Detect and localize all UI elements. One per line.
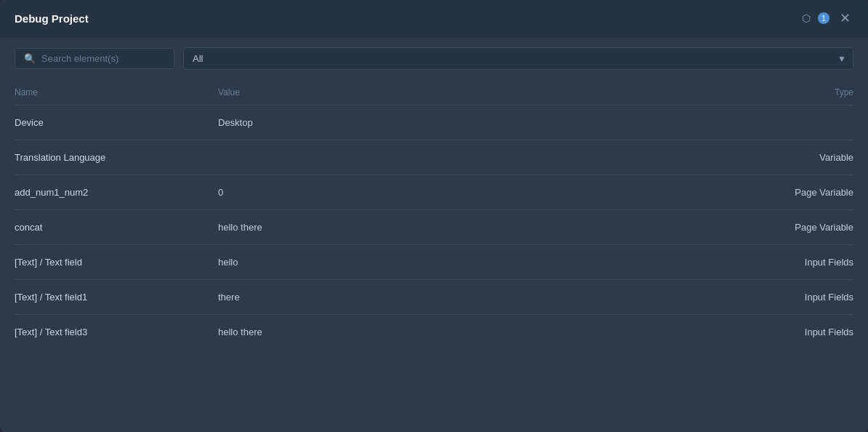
- cell-value: [218, 140, 737, 175]
- export-icon[interactable]: ⬡: [802, 12, 811, 24]
- cell-name: Device: [15, 105, 218, 140]
- filter-wrapper: All Variable Page Variable Input Fields …: [183, 47, 853, 70]
- table-row: Translation LanguageVariable: [15, 140, 853, 175]
- cell-name: Translation Language: [15, 140, 218, 175]
- table-row: add_num1_num20Page Variable: [15, 175, 853, 210]
- modal-title: Debug Project: [15, 12, 795, 25]
- cell-value: hello there: [218, 315, 737, 350]
- cell-type: Input Fields: [737, 315, 853, 350]
- cell-value: Desktop: [218, 105, 737, 140]
- table-container: Name Value Type DeviceDesktopTranslation…: [0, 80, 868, 432]
- cell-name: [Text] / Text field: [15, 245, 218, 280]
- cell-name: concat: [15, 210, 218, 245]
- table-row: [Text] / Text field1thereInput Fields: [15, 280, 853, 315]
- cell-value: hello: [218, 245, 737, 280]
- cell-name: add_num1_num2: [15, 175, 218, 210]
- cell-type: Page Variable: [737, 210, 853, 245]
- cell-type: Variable: [737, 140, 853, 175]
- search-input[interactable]: [41, 53, 165, 64]
- table-body: DeviceDesktopTranslation LanguageVariabl…: [15, 105, 853, 350]
- notification-badge: 1: [818, 12, 829, 24]
- col-header-value: Value: [218, 80, 737, 105]
- cell-type: Input Fields: [737, 245, 853, 280]
- col-header-type: Type: [737, 80, 853, 105]
- close-button[interactable]: ✕: [837, 10, 853, 26]
- debug-modal: Debug Project ⬡ 1 ✕ 🔍 All Variable Page …: [0, 0, 868, 432]
- data-table: Name Value Type DeviceDesktopTranslation…: [15, 80, 853, 349]
- toolbar: 🔍 All Variable Page Variable Input Field…: [0, 37, 868, 80]
- cell-value: there: [218, 280, 737, 315]
- cell-name: [Text] / Text field3: [15, 315, 218, 350]
- table-row: [Text] / Text field3hello thereInput Fie…: [15, 315, 853, 350]
- cell-value: hello there: [218, 210, 737, 245]
- search-icon: 🔍: [24, 53, 36, 64]
- table-row: DeviceDesktop: [15, 105, 853, 140]
- modal-header: Debug Project ⬡ 1 ✕: [0, 0, 868, 37]
- col-header-name: Name: [15, 80, 218, 105]
- table-row: concathello therePage Variable: [15, 210, 853, 245]
- table-header: Name Value Type: [15, 80, 853, 105]
- cell-name: [Text] / Text field1: [15, 280, 218, 315]
- cell-value: 0: [218, 175, 737, 210]
- cell-type: [737, 105, 853, 140]
- cell-type: Input Fields: [737, 280, 853, 315]
- search-box: 🔍: [15, 48, 174, 69]
- cell-type: Page Variable: [737, 175, 853, 210]
- filter-select[interactable]: All Variable Page Variable Input Fields: [183, 47, 853, 70]
- table-row: [Text] / Text fieldhelloInput Fields: [15, 245, 853, 280]
